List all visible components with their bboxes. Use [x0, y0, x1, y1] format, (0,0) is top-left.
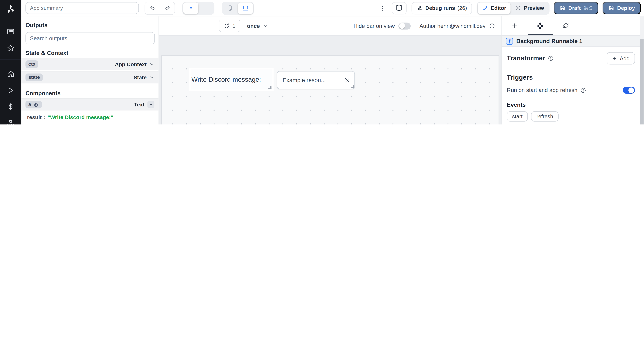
- deploy-label: Deploy: [617, 5, 635, 11]
- deploy-button[interactable]: Deploy: [602, 2, 641, 14]
- app-summary-input[interactable]: [26, 2, 139, 14]
- debug-runs-button[interactable]: Debug runs (26): [411, 2, 472, 14]
- windmill-logo[interactable]: [5, 4, 16, 14]
- prop-value: "Write Discord message:": [48, 114, 113, 120]
- center-align-button[interactable]: [183, 2, 198, 14]
- variables-dollar-icon[interactable]: [6, 103, 15, 111]
- canvas-background: Write Discord message: Example resou... …: [159, 36, 502, 124]
- run-mode-value: once: [247, 23, 260, 29]
- fullscreen-button[interactable]: [198, 2, 214, 14]
- favorites-star-icon[interactable]: [6, 44, 15, 52]
- state-badge: state: [26, 73, 43, 81]
- preview-label: Preview: [524, 5, 544, 11]
- resize-handle[interactable]: [351, 85, 354, 88]
- scrollbar-track[interactable]: [640, 16, 644, 124]
- resources-cubes-icon[interactable]: [6, 119, 15, 124]
- active-tab-underline: [528, 34, 553, 35]
- mobile-view-button[interactable]: [222, 2, 238, 14]
- draft-button[interactable]: Draft ⌘S: [554, 2, 598, 14]
- topbar: Debug runs (26) Editor Preview Draft ⌘S …: [21, 0, 644, 16]
- add-transformer-button[interactable]: Add: [606, 52, 635, 64]
- device-toggle-group: [222, 2, 254, 14]
- resource-select-component[interactable]: Example resou...: [277, 71, 355, 89]
- undo-button[interactable]: [145, 2, 160, 14]
- more-menu-button[interactable]: [378, 3, 387, 14]
- debug-runs-label: Debug runs: [425, 5, 455, 11]
- refresh-count-button[interactable]: 1: [219, 20, 240, 32]
- author-label: Author henri@windmill.dev: [420, 23, 486, 29]
- run-on-start-toggle[interactable]: [623, 86, 635, 94]
- debug-runs-count: (26): [458, 5, 467, 11]
- draft-shortcut: ⌘S: [584, 5, 592, 11]
- runs-play-icon[interactable]: [6, 86, 15, 94]
- scrollbar-thumb[interactable]: [640, 39, 644, 124]
- selected-runnable-title: Background Runnable 1: [516, 38, 582, 44]
- redo-button[interactable]: [160, 2, 174, 14]
- rail-divider: [0, 60, 21, 60]
- component-row-a[interactable]: a Text: [21, 98, 158, 110]
- hide-bar-toggle[interactable]: [398, 22, 411, 29]
- clear-selection-icon[interactable]: [344, 77, 350, 83]
- outputs-panel: Outputs State & Context ctx App Context …: [21, 16, 159, 124]
- resource-select-value: Example resou...: [283, 77, 344, 83]
- chevron-down-icon[interactable]: [149, 74, 154, 80]
- function-icon: f: [506, 38, 513, 44]
- event-chip-start: start: [507, 111, 528, 122]
- info-icon[interactable]: [489, 23, 495, 29]
- draft-label: Draft: [568, 5, 581, 11]
- tab-component-settings[interactable]: [528, 22, 553, 30]
- settings-panel: f Background Runnable 1 Transformer Add …: [502, 16, 640, 124]
- tab-insert-plus[interactable]: [502, 22, 528, 30]
- outputs-title: Outputs: [26, 22, 154, 28]
- left-nav-rail: [0, 0, 21, 124]
- ctx-badge: ctx: [26, 60, 38, 68]
- event-chip-refresh: refresh: [531, 111, 558, 122]
- chevron-up-icon[interactable]: [148, 101, 154, 108]
- component-a-type: Text: [134, 101, 144, 107]
- settings-tabs: [502, 16, 640, 36]
- selected-runnable-header: f Background Runnable 1: [502, 36, 640, 47]
- add-label: Add: [620, 55, 630, 62]
- run-on-start-label: Run on start and app refresh: [507, 87, 577, 93]
- ctx-type: App Context: [115, 61, 147, 67]
- state-type: State: [134, 74, 147, 80]
- tab-preview[interactable]: Preview: [511, 2, 548, 14]
- search-outputs-input[interactable]: [26, 32, 155, 44]
- triggers-title: Triggers: [507, 74, 635, 82]
- text-component[interactable]: Write Discord message:: [192, 70, 272, 90]
- events-label: Events: [507, 102, 635, 108]
- hide-bar-label: Hide bar on view: [354, 23, 395, 29]
- component-a-props: result:"Write Discord message:" loading:…: [21, 110, 158, 124]
- components-title: Components: [26, 90, 154, 96]
- tab-styling-brush[interactable]: [553, 22, 578, 30]
- undo-redo-group: [144, 2, 175, 14]
- chevron-down-icon[interactable]: [149, 62, 154, 67]
- windmill-app-editor: Debug runs (26) Editor Preview Draft ⌘S …: [0, 0, 644, 124]
- info-icon[interactable]: [548, 56, 554, 61]
- apps-icon[interactable]: [6, 28, 15, 36]
- desktop-view-button[interactable]: [238, 2, 253, 14]
- editor-label: Editor: [491, 5, 506, 11]
- component-a-badge[interactable]: a: [26, 100, 42, 108]
- canvas-toolbar: 1 once Hide bar on view Author henri@win…: [159, 16, 502, 36]
- resize-handle[interactable]: [268, 86, 272, 89]
- refresh-count: 1: [232, 23, 236, 29]
- text-component-value: Write Discord message:: [192, 76, 261, 83]
- editor-preview-switch: Editor Preview: [477, 2, 549, 14]
- transformer-title: Transformer: [507, 54, 545, 62]
- canvas-column: 1 once Hide bar on view Author henri@win…: [159, 16, 502, 124]
- state-row[interactable]: state State: [21, 71, 158, 84]
- home-icon[interactable]: [6, 70, 15, 78]
- prop-value: undefined: [52, 124, 78, 124]
- tab-editor[interactable]: Editor: [478, 2, 511, 14]
- run-mode-dropdown[interactable]: once: [247, 23, 268, 29]
- ctx-row[interactable]: ctx App Context: [21, 58, 158, 70]
- app-canvas[interactable]: Write Discord message: Example resou... …: [162, 56, 499, 124]
- docs-book-button[interactable]: [392, 2, 406, 14]
- pointer-hand-icon: [34, 102, 39, 107]
- state-context-title: State & Context: [26, 50, 154, 56]
- layout-toggle-group: [182, 2, 214, 14]
- info-icon[interactable]: [580, 87, 586, 93]
